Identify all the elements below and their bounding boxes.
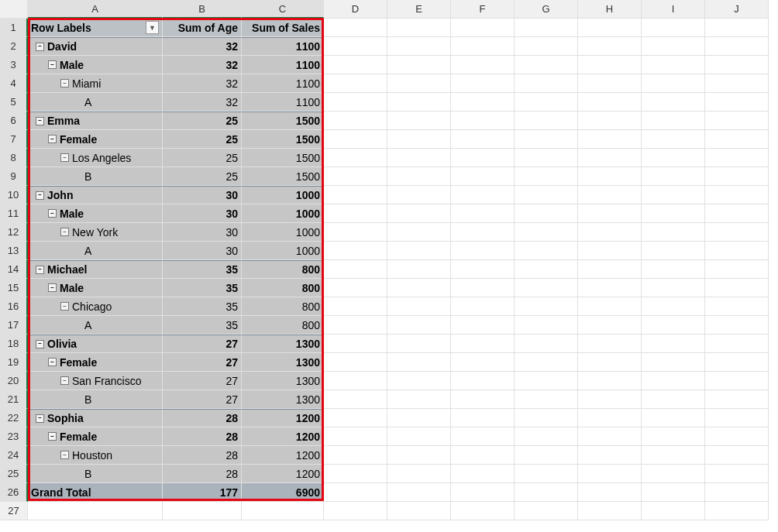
cell-H25[interactable] [578, 465, 642, 483]
row-header-13[interactable]: 13 [0, 242, 28, 260]
cell-E3[interactable] [387, 56, 451, 74]
cell-F23[interactable] [451, 427, 515, 446]
cell-E25[interactable] [387, 465, 451, 483]
cell-G24[interactable] [515, 446, 578, 465]
pivot-cell-age[interactable]: 35 [163, 279, 242, 297]
cell-E8[interactable] [387, 149, 451, 167]
cell-G19[interactable] [515, 353, 578, 372]
cell-I2[interactable] [642, 37, 705, 56]
pivot-cell-age[interactable]: 32 [163, 93, 242, 112]
cell-H12[interactable] [578, 223, 642, 242]
cell-D15[interactable] [324, 279, 387, 297]
cell-H4[interactable] [578, 74, 642, 93]
cell-E27[interactable] [387, 502, 451, 520]
cell-J19[interactable] [705, 353, 769, 372]
cell-E11[interactable] [387, 204, 451, 223]
cell-E2[interactable] [387, 37, 451, 56]
cell-H27[interactable] [578, 502, 642, 520]
pivot-cell-age[interactable]: 28 [163, 427, 242, 446]
cell-F21[interactable] [451, 390, 515, 409]
collapse-icon[interactable]: − [60, 451, 69, 459]
cell-D21[interactable] [324, 390, 387, 409]
col-header-H[interactable]: H [578, 0, 642, 19]
pivot-cell-sales[interactable]: 1300 [242, 390, 324, 409]
collapse-icon[interactable]: − [36, 43, 44, 51]
row-header-6[interactable]: 6 [0, 112, 28, 130]
cell-H26[interactable] [578, 483, 642, 502]
pivot-cell-label[interactable]: −Female [28, 353, 163, 372]
row-header-26[interactable]: 26 [0, 483, 28, 502]
pivot-cell-label[interactable]: −San Francisco [28, 372, 163, 390]
cell-I7[interactable] [642, 130, 705, 149]
cell-H11[interactable] [578, 204, 642, 223]
cell-H24[interactable] [578, 446, 642, 465]
cell-F18[interactable] [451, 335, 515, 353]
cell-F4[interactable] [451, 74, 515, 93]
pivot-cell-sales[interactable]: 800 [242, 279, 324, 297]
pivot-cell-label[interactable]: −Female [28, 130, 163, 149]
cell-F25[interactable] [451, 465, 515, 483]
pivot-cell-sales[interactable]: 1200 [242, 427, 324, 446]
cell-E20[interactable] [387, 372, 451, 390]
cell-F10[interactable] [451, 186, 515, 204]
collapse-icon[interactable]: − [36, 414, 44, 423]
cell-J2[interactable] [705, 37, 769, 56]
cell-E4[interactable] [387, 74, 451, 93]
cell-J5[interactable] [705, 93, 769, 112]
cell-E22[interactable] [387, 409, 451, 427]
select-all-corner[interactable] [0, 0, 28, 19]
row-header-7[interactable]: 7 [0, 130, 28, 149]
collapse-icon[interactable]: − [60, 153, 69, 162]
cell-D1[interactable] [324, 19, 387, 37]
cell-D5[interactable] [324, 93, 387, 112]
cell-G15[interactable] [515, 279, 578, 297]
cell-I6[interactable] [642, 112, 705, 130]
cell-J9[interactable] [705, 167, 769, 186]
pivot-cell-age[interactable]: 35 [163, 297, 242, 316]
cell-H5[interactable] [578, 93, 642, 112]
cell-I10[interactable] [642, 186, 705, 204]
cell-D6[interactable] [324, 112, 387, 130]
col-header-J[interactable]: J [705, 0, 769, 19]
cell-I9[interactable] [642, 167, 705, 186]
pivot-cell-sales[interactable]: 1300 [242, 353, 324, 372]
pivot-cell-age[interactable]: 27 [163, 335, 242, 353]
cell-B27[interactable] [163, 502, 242, 520]
cell-I17[interactable] [642, 316, 705, 335]
cell-J20[interactable] [705, 372, 769, 390]
pivot-cell-label[interactable]: A [28, 93, 163, 112]
cell-F1[interactable] [451, 19, 515, 37]
cell-J18[interactable] [705, 335, 769, 353]
row-header-1[interactable]: 1 [0, 19, 28, 37]
pivot-cell-age[interactable]: 30 [163, 223, 242, 242]
cell-F24[interactable] [451, 446, 515, 465]
cell-D17[interactable] [324, 316, 387, 335]
pivot-cell-sales[interactable]: 1500 [242, 149, 324, 167]
cell-J26[interactable] [705, 483, 769, 502]
cell-J22[interactable] [705, 409, 769, 427]
cell-H15[interactable] [578, 279, 642, 297]
row-header-21[interactable]: 21 [0, 390, 28, 409]
collapse-icon[interactable]: − [48, 135, 57, 143]
pivot-cell-sales[interactable]: 1200 [242, 446, 324, 465]
cell-G22[interactable] [515, 409, 578, 427]
cell-D23[interactable] [324, 427, 387, 446]
cell-G14[interactable] [515, 260, 578, 279]
pivot-cell-age[interactable]: 27 [163, 372, 242, 390]
cell-H23[interactable] [578, 427, 642, 446]
cell-J17[interactable] [705, 316, 769, 335]
cell-G16[interactable] [515, 297, 578, 316]
row-header-4[interactable]: 4 [0, 74, 28, 93]
cell-H6[interactable] [578, 112, 642, 130]
collapse-icon[interactable]: − [60, 376, 69, 385]
cell-J3[interactable] [705, 56, 769, 74]
cell-I25[interactable] [642, 465, 705, 483]
cell-G12[interactable] [515, 223, 578, 242]
cell-F27[interactable] [451, 502, 515, 520]
pivot-cell-sales[interactable]: 1100 [242, 74, 324, 93]
cell-H19[interactable] [578, 353, 642, 372]
cell-F8[interactable] [451, 149, 515, 167]
cell-J21[interactable] [705, 390, 769, 409]
pivot-cell-age[interactable]: 27 [163, 353, 242, 372]
pivot-cell-sales[interactable]: 1100 [242, 93, 324, 112]
